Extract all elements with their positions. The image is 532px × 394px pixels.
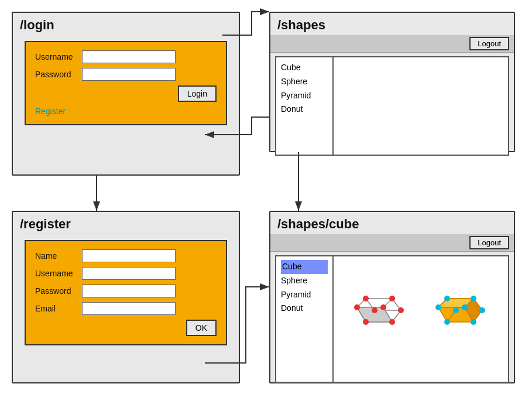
login-button[interactable]: Login bbox=[178, 85, 217, 102]
cube-gold-icon bbox=[430, 290, 494, 348]
reg-username-label: Username bbox=[35, 269, 82, 278]
login-title: /login bbox=[13, 13, 239, 35]
shapes-cube-panel: /shapes/cube Logout Cube Sphere Pyramid … bbox=[269, 211, 515, 383]
login-form: Username Password Login Register bbox=[25, 41, 227, 125]
svg-point-21 bbox=[444, 296, 450, 302]
register-title: /register bbox=[13, 212, 239, 234]
ok-button[interactable]: OK bbox=[186, 320, 217, 336]
shapes-cube-list: Cube Sphere Pyramid Donut bbox=[275, 255, 334, 383]
reg-name-input[interactable] bbox=[82, 249, 176, 262]
password-label: Password bbox=[35, 70, 82, 79]
list-item-pyramid[interactable]: Pyramid bbox=[281, 288, 328, 302]
list-item[interactable]: Cube bbox=[281, 61, 328, 75]
svg-point-23 bbox=[479, 307, 485, 313]
username-input[interactable] bbox=[82, 50, 176, 63]
svg-point-22 bbox=[471, 296, 476, 302]
svg-point-25 bbox=[435, 304, 441, 310]
shapes-cube-title: /shapes/cube bbox=[270, 212, 514, 234]
reg-username-input[interactable] bbox=[82, 267, 176, 280]
email-input[interactable] bbox=[82, 302, 176, 315]
svg-point-13 bbox=[389, 319, 395, 325]
list-item-sphere[interactable]: Sphere bbox=[281, 274, 328, 288]
list-item[interactable]: Pyramid bbox=[281, 89, 328, 103]
shapes-panel: /shapes Logout Cube Sphere Pyramid Donut bbox=[269, 12, 515, 152]
password-input[interactable] bbox=[82, 68, 176, 81]
register-panel: /register Name Username Password Email O… bbox=[12, 211, 240, 383]
list-item-donut[interactable]: Donut bbox=[281, 302, 328, 316]
username-label: Username bbox=[35, 52, 82, 61]
svg-point-27 bbox=[471, 319, 476, 325]
svg-point-8 bbox=[389, 296, 395, 302]
shapes-content: Cube Sphere Pyramid Donut bbox=[275, 56, 509, 156]
login-panel: /login Username Password Login Register bbox=[12, 12, 240, 176]
register-link[interactable]: Register bbox=[35, 107, 217, 116]
cube-wireframe-icon bbox=[348, 290, 413, 348]
shapes-logout-button[interactable]: Logout bbox=[469, 37, 509, 50]
shapes-title: /shapes bbox=[270, 13, 514, 35]
shapes-cube-detail bbox=[334, 255, 509, 383]
reg-password-label: Password bbox=[35, 286, 82, 296]
reg-password-input[interactable] bbox=[82, 285, 176, 297]
list-item-cube[interactable]: Cube bbox=[281, 260, 328, 274]
svg-point-9 bbox=[398, 307, 404, 313]
shapes-toolbar: Logout bbox=[270, 35, 514, 53]
svg-point-14 bbox=[363, 319, 369, 325]
shapes-cube-toolbar: Logout bbox=[270, 234, 514, 252]
svg-point-28 bbox=[444, 319, 450, 325]
svg-point-11 bbox=[354, 304, 360, 310]
svg-point-24 bbox=[453, 307, 459, 313]
email-label: Email bbox=[35, 304, 82, 313]
shapes-detail bbox=[334, 56, 509, 156]
svg-point-7 bbox=[363, 296, 369, 302]
name-label: Name bbox=[35, 251, 82, 261]
svg-point-12 bbox=[380, 304, 386, 310]
shapes-list: Cube Sphere Pyramid Donut bbox=[275, 56, 334, 156]
list-item[interactable]: Sphere bbox=[281, 75, 328, 89]
svg-point-26 bbox=[462, 304, 468, 310]
svg-point-10 bbox=[372, 307, 377, 313]
shapes-cube-logout-button[interactable]: Logout bbox=[469, 236, 509, 249]
shapes-cube-content: Cube Sphere Pyramid Donut bbox=[275, 255, 509, 383]
list-item[interactable]: Donut bbox=[281, 102, 328, 117]
register-form: Name Username Password Email OK bbox=[25, 240, 227, 345]
